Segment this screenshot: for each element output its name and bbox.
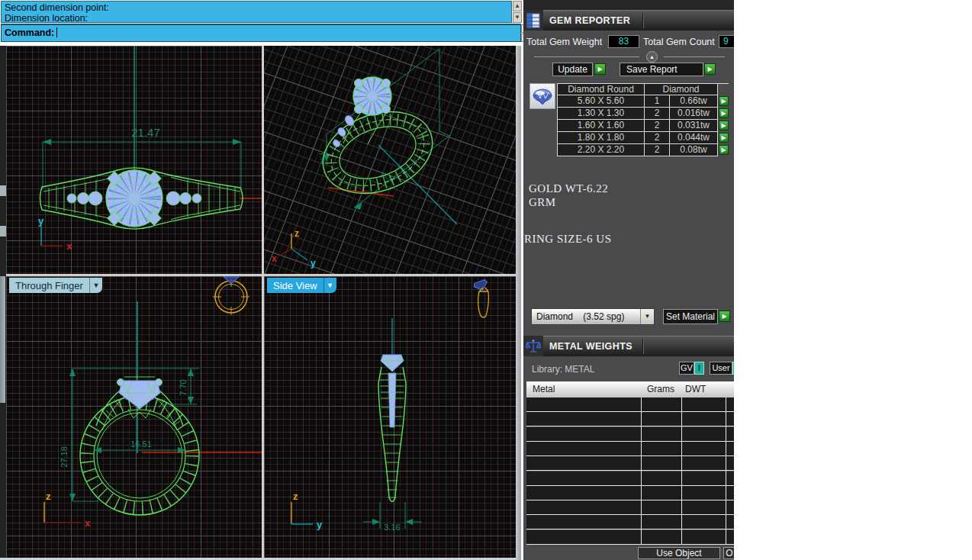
metal-col-divider	[726, 397, 726, 545]
metal-table-row[interactable]	[526, 515, 734, 529]
gem-reporter-icon	[523, 10, 543, 31]
viewport-splitter-vertical[interactable]	[262, 46, 264, 558]
gem-count-cell: 2	[645, 108, 670, 120]
metal-table-row[interactable]	[526, 412, 734, 426]
top-view-canvas: 21.47	[6, 46, 262, 274]
gem-weight-cell: 0.031tw	[670, 120, 718, 132]
metal-col-divider	[641, 397, 642, 545]
gem-table-row: 5.60 X 5.6010.66tw▶	[557, 95, 729, 108]
axis-z-label: z	[294, 228, 299, 239]
use-object-materials-button[interactable]: Use Object Materials	[638, 547, 720, 559]
left-gutter-widget[interactable]	[0, 226, 6, 237]
collapse-panel-button[interactable]: ▲	[646, 51, 658, 63]
chevron-down-icon[interactable]: ▼	[323, 278, 336, 293]
text-caret	[56, 27, 57, 37]
gem-row-action-cell: ▶	[718, 95, 729, 108]
viewport-top-view[interactable]: 21.47	[6, 46, 262, 274]
chevron-down-icon[interactable]: ▼	[640, 309, 654, 324]
command-history[interactable]: Second dimension point: Dimension locati…	[1, 1, 512, 23]
gem-size-cell: 2.20 X 2.20	[557, 144, 645, 156]
save-report-button[interactable]: Save Report	[620, 63, 703, 76]
metal-table-row[interactable]	[526, 456, 734, 471]
metal-table-header: Metal Grams DWT	[526, 381, 734, 397]
gem-table-row: 2.20 X 2.2020.08tw▶	[557, 144, 729, 156]
gem-table-row: 1.60 X 1.6020.031tw▶	[557, 120, 729, 132]
scroll-up-button[interactable]: ▲	[513, 1, 522, 11]
through-finger-canvas: 27.18 16.51 7.70 z x	[6, 276, 262, 558]
gem-row-go-icon[interactable]: ▶	[719, 108, 729, 118]
total-gem-weight-value: 83	[608, 35, 639, 48]
gem-row-go-icon[interactable]: ▶	[719, 121, 729, 130]
viewport-tab-side-view[interactable]: Side View ▼	[267, 278, 336, 293]
left-gutter-widget[interactable]	[0, 185, 6, 196]
gold-weight-note-line2: GRM	[529, 196, 556, 209]
viewport-right-scroll-strip[interactable]	[516, 46, 521, 560]
gem-weight-cell: 0.016tw	[670, 108, 718, 120]
viewport-tab-through-finger[interactable]: Through Finger ▼	[9, 278, 102, 293]
ring-side-orientation-icon	[473, 279, 489, 317]
metal-table-row[interactable]	[526, 397, 734, 412]
gem-size-cell: 1.60 X 1.60	[557, 120, 645, 132]
axis-x-label: x	[66, 240, 72, 252]
axis-y-label: y	[317, 519, 323, 530]
gem-size-cell: 1.80 X 1.80	[557, 132, 645, 144]
metal-table-row[interactable]	[526, 500, 734, 515]
footer-partial-button[interactable]: O	[723, 547, 734, 559]
total-gem-weight-label: Total Gem Weight	[526, 37, 602, 47]
gold-weight-note-line1: GOLD WT-6.22	[529, 182, 608, 195]
viewport-through-finger[interactable]: 27.18 16.51 7.70 z x	[6, 276, 262, 558]
viewport-splitter-horizontal[interactable]	[6, 274, 516, 276]
metal-table-row[interactable]	[526, 427, 734, 442]
material-dropdown[interactable]: Diamond (3.52 spg) ▼	[531, 308, 655, 325]
total-gem-count-value: 9	[719, 35, 734, 48]
gem-row-go-icon[interactable]: ▶	[719, 133, 729, 143]
metal-table-row[interactable]	[526, 486, 734, 500]
metal-table-row[interactable]	[526, 442, 734, 456]
user-toggle[interactable]	[732, 362, 734, 375]
total-gem-count-label: Total Gem Count	[643, 37, 715, 47]
diamond-icon	[530, 84, 555, 108]
perspective-canvas: 16.51 7.70	[264, 46, 516, 274]
viewport-side-view[interactable]: 3.16 z y Side View ▼	[264, 276, 516, 558]
gv-toggle[interactable]: I	[694, 362, 704, 375]
gv-button[interactable]: GV	[679, 362, 694, 375]
metal-weights-icon	[523, 336, 543, 356]
update-button[interactable]: Update	[552, 63, 593, 76]
command-area: Second dimension point: Dimension locati…	[0, 0, 526, 43]
gem-row-go-icon[interactable]: ▶	[719, 145, 729, 155]
dim-total-height: 27.18	[60, 446, 69, 468]
user-button[interactable]: User	[710, 362, 732, 375]
dwt-col-header: DWT	[685, 381, 706, 397]
grams-col-header: Grams	[647, 381, 674, 397]
gem-table-row: 1.80 X 1.8020.044tw▶	[557, 132, 729, 144]
command-history-line: Dimension location:	[5, 13, 508, 24]
panel-top-strip	[523, 0, 734, 10]
update-go-icon[interactable]: ▶	[594, 63, 606, 75]
save-report-go-icon[interactable]: ▶	[704, 63, 716, 75]
command-input-row[interactable]: Command:	[1, 24, 521, 42]
gem-row-go-icon[interactable]: ▶	[719, 96, 729, 106]
axis-z-label: z	[293, 491, 298, 502]
metal-col-divider	[681, 397, 682, 545]
command-prompt-label: Command:	[5, 27, 54, 38]
gem-thumbnail[interactable]	[529, 83, 555, 109]
metal-table-row[interactable]	[526, 530, 734, 545]
dim-ring-width: 21.47	[131, 126, 160, 139]
library-label: Library: METAL	[532, 364, 594, 375]
gem-reporter-title: GEM REPORTER	[543, 15, 630, 26]
metal-table-row[interactable]	[526, 471, 734, 486]
material-dropdown-value: Diamond (3.52 spg)	[532, 309, 640, 324]
dim-finger-diameter: 16.51	[130, 439, 152, 449]
gem-table-header: Diamond Round Diamond	[557, 83, 729, 95]
set-material-go-icon[interactable]: ▶	[719, 311, 730, 322]
metal-col-header: Metal	[533, 381, 555, 397]
set-material-button[interactable]: Set Material	[663, 309, 718, 324]
gem-weight-cell: 0.08tw	[670, 144, 718, 156]
viewport-perspective[interactable]: 16.51 7.70	[264, 46, 516, 274]
divider	[534, 56, 639, 57]
chevron-down-icon[interactable]: ▼	[89, 278, 102, 293]
scroll-down-button[interactable]: ▼	[513, 12, 522, 23]
gem-col-gem-header: Diamond	[645, 83, 718, 95]
viewport-tab-label: Side View	[267, 280, 323, 291]
gem-count-cell: 2	[645, 120, 670, 132]
